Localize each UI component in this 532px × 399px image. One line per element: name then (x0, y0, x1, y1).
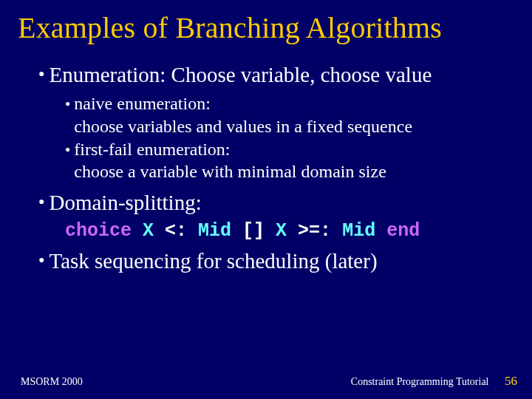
bullet-domain-splitting-text: Domain-splitting: (49, 189, 201, 216)
sub-bullet-firstfail: ● first-fail enumeration: choose a varia… (65, 138, 514, 183)
slide-title: Examples of Branching Algorithms (18, 10, 514, 45)
code-keyword-choice: choice (65, 220, 132, 242)
code-var-x1: X (143, 220, 154, 242)
bullet-domain-splitting: ● Domain-splitting: (38, 189, 514, 216)
bullet-task-sequencing-text: Task sequencing for scheduling (later) (49, 248, 377, 274)
sub-bullet-naive-line2: choose variables and values in a fixed s… (74, 117, 412, 136)
footer-page-number: 56 (505, 374, 517, 388)
code-var-mid2: Mid (342, 220, 375, 242)
slide-footer: MSORM 2000 Constraint Programming Tutori… (0, 374, 532, 389)
code-keyword-end: end (386, 220, 420, 242)
sub-bullet-naive-line1: naive enumeration: (74, 94, 211, 113)
code-var-x2: X (276, 220, 287, 242)
code-var-mid1: Mid (198, 220, 231, 242)
sub-bullet-firstfail-line2: choose a variable with minimal domain si… (74, 162, 386, 181)
bullet-enumeration-text: Enumeration: Choose variable, choose val… (49, 61, 432, 88)
bullet-dot-icon: ● (38, 69, 44, 79)
bullet-dot-icon: ● (65, 145, 70, 154)
bullet-dot-icon: ● (38, 255, 44, 265)
footer-right: Constraint Programming Tutorial (351, 376, 489, 387)
code-space2 (375, 220, 386, 242)
sub-bullet-firstfail-text: first-fail enumeration: choose a variabl… (74, 138, 386, 183)
code-op-ge: >=: (287, 220, 342, 242)
slide: Examples of Branching Algorithms ● Enume… (0, 0, 532, 399)
code-op-lt: <: (154, 220, 198, 242)
sub-bullet-naive-text: naive enumeration: choose variables and … (74, 92, 412, 137)
sub-bullet-naive: ● naive enumeration: choose variables an… (65, 92, 514, 137)
footer-left: MSORM 2000 (21, 376, 83, 388)
code-sep: [] (231, 220, 276, 242)
bullet-enumeration: ● Enumeration: Choose variable, choose v… (38, 61, 514, 88)
sub-bullets-enumeration: ● naive enumeration: choose variables an… (65, 92, 514, 183)
code-choice-line: choice X <: Mid [] X >=: Mid end (65, 220, 514, 242)
bullet-dot-icon: ● (38, 197, 44, 207)
bullet-dot-icon: ● (65, 99, 70, 108)
sub-bullet-firstfail-line1: first-fail enumeration: (74, 140, 230, 159)
bullet-task-sequencing: ● Task sequencing for scheduling (later) (38, 248, 514, 274)
code-space (132, 220, 143, 242)
